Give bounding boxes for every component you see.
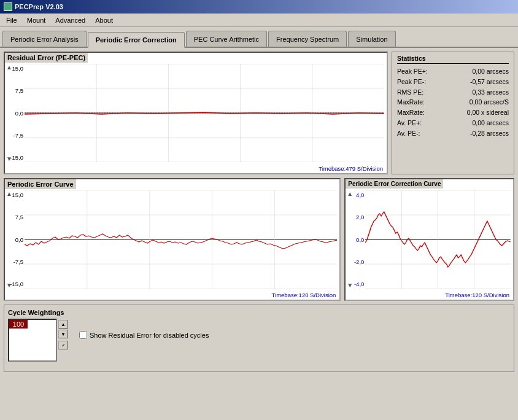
cycle-item-100[interactable]: 100: [9, 320, 28, 329]
tab-periodic-error-analysis[interactable]: Periodic Error Analysis: [2, 31, 87, 47]
show-residual-label: Show Residual Error for disabled cycles: [90, 332, 209, 339]
statistics-title: Statistics: [397, 55, 509, 64]
cycle-weightings-title: Cycle Weightings: [8, 309, 510, 316]
stats-row-maxrate-1: MaxRate: 0,00 arcsec/S: [397, 97, 509, 107]
middle-panel: Periodic Error Curve ▲ ▼ 15,0 7,5 0,0 -7…: [4, 178, 514, 301]
app-title: PECPrep V2.03: [15, 3, 63, 10]
menu-mount[interactable]: Mount: [22, 15, 51, 25]
menu-about[interactable]: About: [90, 15, 118, 25]
pec-arrow-down: ▼: [347, 282, 353, 289]
menu-file[interactable]: File: [1, 15, 22, 25]
pec-title: Periodic Error Correction Curve: [346, 179, 443, 189]
residual-timebase: Timebase:479 S/Division: [319, 165, 383, 172]
top-panel: Residual Error (PE-PEC) ▲ ▼ 15,0 7,5 0,0…: [4, 52, 514, 174]
tab-frequency-spectrum[interactable]: Frequency Spectrum: [268, 31, 347, 47]
app-icon: [4, 2, 12, 11]
stats-value-peak-pe-minus: -0,57 arcsecs: [470, 77, 509, 87]
stats-row-av-pe-minus: Av. PE-: -0,28 arcsecs: [397, 128, 509, 139]
show-residual-checkbox-row: Show Residual Error for disabled cycles: [79, 331, 209, 339]
stats-label-peak-pe-plus: Peak PE+:: [397, 66, 440, 77]
menu-bar: File Mount Advanced About: [0, 14, 518, 27]
cycle-check[interactable]: ✓: [58, 341, 68, 349]
stats-row-peak-pe-plus: Peak PE+: 0,00 arcsecs: [397, 66, 509, 77]
tab-pec-curve-arithmetic[interactable]: PEC Curve Arithmetic: [186, 31, 267, 47]
residual-error-chart-area: [25, 64, 384, 162]
arrow-down-indicator: ▼: [6, 155, 12, 162]
pec-y-axis: 4,0 2,0 0,0 -2,0 -4,0: [346, 192, 365, 287]
cycle-scroll-up[interactable]: ▲: [58, 320, 68, 329]
stats-row-av-pe-plus: Av. PE+: 0,00 arcsecs: [397, 118, 509, 128]
stats-label-maxrate-2: MaxRate:: [397, 107, 440, 118]
show-residual-checkbox[interactable]: [79, 331, 87, 339]
tab-simulation[interactable]: Simulation: [348, 31, 395, 47]
pec-panel: Periodic Error Correction Curve ▲ ▼ 4,0 …: [344, 178, 514, 301]
periodic-error-title: Periodic Error Curve: [5, 179, 76, 189]
periodic-error-chart-area: [25, 190, 337, 289]
residual-error-panel: Residual Error (PE-PEC) ▲ ▼ 15,0 7,5 0,0…: [4, 52, 388, 174]
stats-value-rms-pe: 0,33 arcsecs: [472, 87, 509, 98]
residual-y-axis: 15,0 7,5 0,0 -7,5 -15,0: [5, 65, 25, 161]
main-content: Residual Error (PE-PEC) ▲ ▼ 15,0 7,5 0,0…: [0, 48, 518, 420]
cycle-weightings-inner: 100 ▲ ▼ ✓ Show Residual Error for disabl…: [8, 319, 510, 362]
pec-timebase: Timebase:120 S/Division: [445, 292, 509, 298]
menu-advanced[interactable]: Advanced: [50, 15, 90, 25]
stats-value-av-pe-plus: 0,00 arcsecs: [472, 118, 509, 128]
stats-value-maxrate-1: 0,00 arcsec/S: [470, 97, 509, 107]
periodic-error-panel: Periodic Error Curve ▲ ▼ 15,0 7,5 0,0 -7…: [4, 178, 341, 301]
stats-label-av-pe-minus: Av. PE-:: [397, 128, 440, 139]
stats-label-av-pe-plus: Av. PE+:: [397, 118, 440, 128]
pec-arrow-up: ▲: [347, 190, 353, 197]
cycle-controls: ▲ ▼ ✓: [58, 320, 68, 349]
stats-value-peak-pe-plus: 0,00 arcsecs: [472, 66, 509, 77]
bottom-panel: Cycle Weightings 100 ▲ ▼ ✓ Show Residual…: [4, 305, 514, 372]
stats-value-maxrate-2: 0,00 x sidereal: [467, 107, 509, 118]
stats-row-peak-pe-minus: Peak PE-: -0,57 arcsecs: [397, 77, 509, 87]
stats-label-peak-pe-minus: Peak PE-:: [397, 77, 440, 87]
cycle-list[interactable]: 100: [8, 319, 57, 362]
stats-row-rms-pe: RMS PE: 0,33 arcsecs: [397, 87, 509, 98]
stats-label-maxrate-1: MaxRate:: [397, 97, 440, 107]
pe-arrow-down: ▼: [6, 282, 12, 289]
residual-error-title: Residual Error (PE-PEC): [5, 53, 88, 63]
stats-label-rms-pe: RMS PE:: [397, 87, 440, 98]
stats-value-av-pe-minus: -0,28 arcsecs: [470, 128, 509, 139]
pec-chart-area: [365, 190, 511, 289]
pe-y-axis: 15,0 7,5 0,0 -7,5 -15,0: [5, 192, 25, 287]
arrow-up-indicator: ▲: [6, 64, 12, 71]
tab-bar: Periodic Error Analysis Periodic Error C…: [0, 27, 518, 48]
pe-timebase: Timebase:120 S/Division: [272, 292, 336, 298]
pe-arrow-up: ▲: [6, 190, 12, 197]
cycle-scroll-down[interactable]: ▼: [58, 330, 68, 338]
tab-periodic-error-correction[interactable]: Periodic Error Correction: [88, 32, 185, 48]
statistics-panel: Statistics Peak PE+: 0,00 arcsecs Peak P…: [392, 52, 514, 174]
title-bar: PECPrep V2.03: [0, 0, 518, 14]
stats-row-maxrate-2: MaxRate: 0,00 x sidereal: [397, 107, 509, 118]
